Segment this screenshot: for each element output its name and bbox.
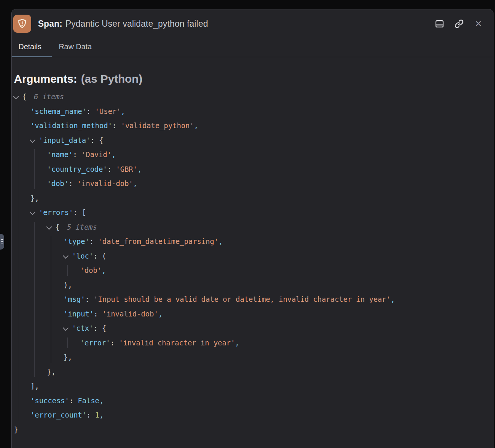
shield-alert-icon	[13, 15, 31, 33]
panel-title-kind: Span:	[38, 19, 62, 29]
code-row: 'error': 'invalid character in year',	[12, 336, 493, 350]
close-icon[interactable]: ✕	[473, 18, 484, 29]
panel-title-text: Pydantic User validate_python failed	[65, 19, 208, 29]
code-row: 'validation_method': 'validate_python',	[12, 118, 493, 133]
panel-title: Span:Pydantic User validate_python faile…	[38, 19, 208, 29]
code-row: { 6 items	[12, 89, 493, 104]
code-row: }	[12, 422, 493, 437]
arguments-heading: Arguments:(as Python)	[14, 72, 493, 86]
code-row: 'dob': 'invalid-dob',	[12, 176, 493, 191]
code-row: 'dob',	[12, 263, 493, 278]
code-row: },	[12, 191, 493, 206]
indent-guide	[34, 149, 35, 189]
code-row: 'ctx': {	[12, 321, 493, 336]
code-row: 'loc': (	[12, 249, 493, 263]
tab-raw-data[interactable]: Raw Data	[52, 37, 102, 57]
code-row: 'schema_name': 'User',	[12, 104, 493, 119]
indent-guide	[34, 222, 35, 377]
arguments-heading-suffix: (as Python)	[81, 73, 142, 85]
header-actions: ✕	[434, 18, 484, 29]
code-row: { 5 items	[12, 220, 493, 235]
indent-guide	[67, 265, 68, 276]
code-row: 'errors': [	[12, 205, 493, 220]
arguments-heading-main: Arguments:	[14, 73, 77, 85]
span-detail-panel: Span:Pydantic User validate_python faile…	[11, 9, 493, 448]
code-row: 'type': 'date_from_datetime_parsing',	[12, 234, 493, 249]
indent-guide	[67, 338, 68, 348]
code-row: ),	[12, 278, 493, 292]
code-row: },	[12, 350, 493, 365]
indent-guide	[18, 106, 18, 421]
code-row: ],	[12, 379, 493, 394]
chevron-down-icon[interactable]	[30, 137, 36, 143]
tab-details[interactable]: Details	[12, 37, 52, 57]
indent-guide	[51, 236, 51, 363]
chevron-down-icon[interactable]	[46, 224, 52, 230]
screen: { "header": { "icon": "shield-alert-icon…	[0, 0, 495, 448]
code-row: 'input': 'invalid-dob',	[12, 307, 493, 321]
tab-bar: Details Raw Data	[12, 37, 493, 57]
code-row: 'error_count': 1,	[12, 408, 493, 422]
chevron-down-icon[interactable]	[30, 209, 36, 215]
panel-header: Span:Pydantic User validate_python faile…	[12, 9, 493, 37]
drag-handle[interactable]	[0, 234, 4, 250]
code-row: 'success': False,	[12, 394, 493, 408]
code-row: 'input_data': {	[12, 133, 493, 148]
chevron-down-icon[interactable]	[63, 325, 69, 331]
chevron-down-icon[interactable]	[63, 253, 69, 259]
code-row: },	[12, 365, 493, 379]
code-row: 'name': 'David',	[12, 147, 493, 162]
copy-link-icon[interactable]	[453, 18, 465, 29]
code-row: 'msg': 'Input should be a valid date or …	[12, 292, 493, 307]
chevron-down-icon[interactable]	[13, 94, 19, 100]
code-row: 'country_code': 'GBR',	[12, 162, 493, 177]
dock-panel-icon[interactable]	[434, 18, 445, 29]
arguments-tree: { 6 items'schema_name': 'User','validati…	[12, 89, 493, 437]
